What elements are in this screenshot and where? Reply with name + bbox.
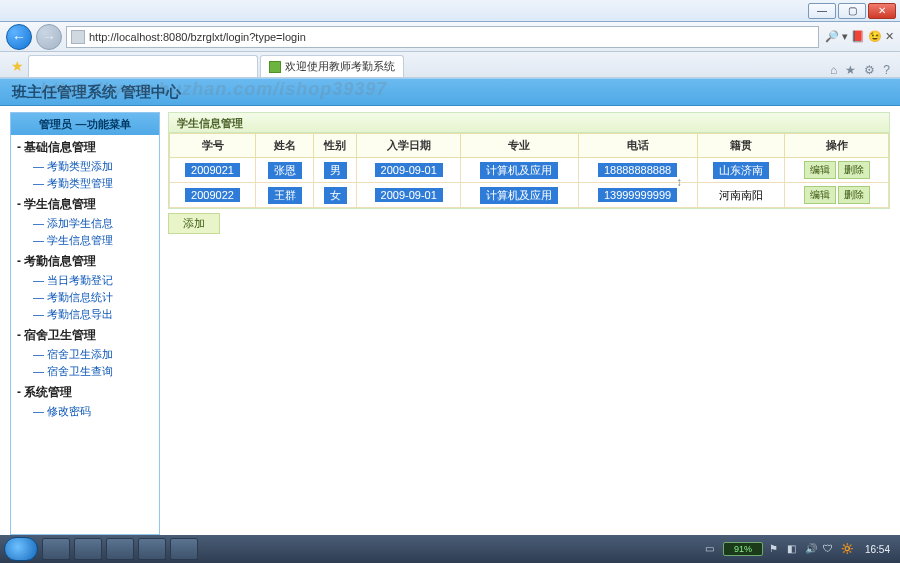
column-header: 入学日期 bbox=[357, 134, 461, 158]
nav-right-tools: 🔎 ▾ 📕 😉 ✕ bbox=[825, 30, 894, 43]
task-folder-icon[interactable] bbox=[74, 538, 102, 560]
table-cell: 河南南阳 bbox=[697, 183, 785, 208]
edit-button[interactable]: 编辑 bbox=[804, 186, 836, 204]
window-close-button[interactable]: ✕ bbox=[868, 3, 896, 19]
column-header: 电话 bbox=[578, 134, 697, 158]
sidebar-category: 系统管理 bbox=[11, 380, 159, 403]
help-icon[interactable]: ? bbox=[883, 63, 890, 77]
table-cell: 张恩 bbox=[256, 158, 314, 183]
workspace: 管理员 —功能菜单 基础信息管理考勤类型添加考勤类型管理学生信息管理添加学生信息… bbox=[0, 106, 900, 535]
tray-up-icon[interactable]: ▭ bbox=[705, 543, 717, 555]
blank-tab[interactable] bbox=[28, 55, 258, 77]
panel-title: 学生信息管理 bbox=[169, 113, 889, 133]
tray-net-icon[interactable]: ◧ bbox=[787, 543, 799, 555]
sidebar-link[interactable]: 添加学生信息 bbox=[11, 215, 159, 232]
tab-title: 欢迎使用教师考勤系统 bbox=[285, 59, 395, 74]
taskbar: ▭ 91% ⚑ ◧ 🔊 🛡 🔆 16:54 bbox=[0, 535, 900, 563]
delete-button[interactable]: 删除 bbox=[838, 186, 870, 204]
sidebar-link[interactable]: 考勤信息统计 bbox=[11, 289, 159, 306]
table-cell: 计算机及应用 bbox=[461, 158, 578, 183]
address-bar[interactable]: http://localhost:8080/bzrglxt/login?type… bbox=[66, 26, 819, 48]
forward-button[interactable]: → bbox=[36, 24, 62, 50]
add-button[interactable]: 添加 bbox=[168, 213, 220, 234]
browser-nav: ← → http://localhost:8080/bzrglxt/login?… bbox=[0, 22, 900, 52]
sidebar-link[interactable]: 考勤类型管理 bbox=[11, 175, 159, 192]
table-cell: 男 bbox=[313, 158, 356, 183]
url-text: http://localhost:8080/bzrglxt/login?type… bbox=[89, 31, 306, 43]
battery-indicator[interactable]: 91% bbox=[723, 542, 763, 556]
window-minimize-button[interactable]: — bbox=[808, 3, 836, 19]
window-maximize-button[interactable]: ▢ bbox=[838, 3, 866, 19]
table-cell: 王群 bbox=[256, 183, 314, 208]
task-ie-icon[interactable] bbox=[106, 538, 134, 560]
clock[interactable]: 16:54 bbox=[865, 544, 890, 555]
back-button[interactable]: ← bbox=[6, 24, 32, 50]
sidebar-header: 管理员 —功能菜单 bbox=[11, 113, 159, 135]
system-tray: ▭ 91% ⚑ ◧ 🔊 🛡 🔆 16:54 bbox=[705, 542, 896, 556]
delete-button[interactable]: 删除 bbox=[838, 161, 870, 179]
column-header: 专业 bbox=[461, 134, 578, 158]
sidebar-category: 学生信息管理 bbox=[11, 192, 159, 215]
task-app2-icon[interactable] bbox=[170, 538, 198, 560]
window-titlebar: — ▢ ✕ bbox=[0, 0, 900, 22]
home-icon[interactable]: ⌂ bbox=[830, 63, 837, 77]
tray-flag-icon[interactable]: ⚑ bbox=[769, 543, 781, 555]
student-table: 学号姓名性别入学日期专业电话籍贯操作 2009021张恩男2009-09-01计… bbox=[169, 133, 889, 208]
app-banner: 班主任管理系统 管理中心 https://www.huzhan.com/isho… bbox=[0, 78, 900, 106]
task-app-icon[interactable] bbox=[138, 538, 166, 560]
column-header: 学号 bbox=[170, 134, 256, 158]
sidebar-link[interactable]: 学生信息管理 bbox=[11, 232, 159, 249]
table-cell-actions: 编辑删除 bbox=[785, 183, 889, 208]
site-icon bbox=[71, 30, 85, 44]
watermark: https://www.huzhan.com/ishop39397 bbox=[40, 79, 387, 100]
sidebar: 管理员 —功能菜单 基础信息管理考勤类型添加考勤类型管理学生信息管理添加学生信息… bbox=[10, 112, 160, 535]
sidebar-link[interactable]: 考勤类型添加 bbox=[11, 158, 159, 175]
browser-tools: ⌂ ★ ⚙ ? bbox=[820, 63, 900, 77]
search-icon[interactable]: 🔎 ▾ 📕 😉 ✕ bbox=[825, 30, 894, 43]
column-header: 操作 bbox=[785, 134, 889, 158]
table-cell: 2009021 bbox=[170, 158, 256, 183]
table-cell-actions: 编辑删除 bbox=[785, 158, 889, 183]
student-panel: 学生信息管理 学号姓名性别入学日期专业电话籍贯操作 2009021张恩男2009… bbox=[168, 112, 890, 209]
table-cell: 2009022 bbox=[170, 183, 256, 208]
tab-strip: ★ 欢迎使用教师考勤系统 ⌂ ★ ⚙ ? bbox=[0, 52, 900, 78]
task-explorer-icon[interactable] bbox=[42, 538, 70, 560]
table-cell: 2009-09-01 bbox=[357, 183, 461, 208]
tray-shield-icon[interactable]: 🛡 bbox=[823, 543, 835, 555]
start-button[interactable] bbox=[4, 537, 38, 561]
sidebar-link[interactable]: 修改密码 bbox=[11, 403, 159, 420]
sidebar-category: 考勤信息管理 bbox=[11, 249, 159, 272]
column-header: 性别 bbox=[313, 134, 356, 158]
main-area: 学生信息管理 学号姓名性别入学日期专业电话籍贯操作 2009021张恩男2009… bbox=[164, 106, 900, 535]
table-cell: 18888888888 bbox=[578, 158, 697, 183]
tab-favicon bbox=[269, 61, 281, 73]
edit-button[interactable]: 编辑 bbox=[804, 161, 836, 179]
sidebar-link[interactable]: 考勤信息导出 bbox=[11, 306, 159, 323]
tray-misc-icon[interactable]: 🔆 bbox=[841, 543, 853, 555]
table-cell: 计算机及应用 bbox=[461, 183, 578, 208]
column-header: 籍贯 bbox=[697, 134, 785, 158]
sidebar-category: 宿舍卫生管理 bbox=[11, 323, 159, 346]
table-cell: 女 bbox=[313, 183, 356, 208]
sidebar-link[interactable]: 宿舍卫生添加 bbox=[11, 346, 159, 363]
tab-active[interactable]: 欢迎使用教师考勤系统 bbox=[260, 55, 404, 77]
table-cell: 13999999999 bbox=[578, 183, 697, 208]
tray-vol-icon[interactable]: 🔊 bbox=[805, 543, 817, 555]
sidebar-link[interactable]: 宿舍卫生查询 bbox=[11, 363, 159, 380]
table-row: 2009022王群女2009-09-01计算机及应用13999999999河南南… bbox=[170, 183, 889, 208]
column-header: 姓名 bbox=[256, 134, 314, 158]
tools-gear-icon[interactable]: ⚙ bbox=[864, 63, 875, 77]
table-cell: 山东济南 bbox=[697, 158, 785, 183]
sidebar-category: 基础信息管理 bbox=[11, 135, 159, 158]
table-cell: 2009-09-01 bbox=[357, 158, 461, 183]
favorites-icon[interactable]: ★ bbox=[6, 55, 28, 77]
sidebar-link[interactable]: 当日考勤登记 bbox=[11, 272, 159, 289]
table-row: 2009021张恩男2009-09-01计算机及应用18888888888山东济… bbox=[170, 158, 889, 183]
favorites-star-icon[interactable]: ★ bbox=[845, 63, 856, 77]
